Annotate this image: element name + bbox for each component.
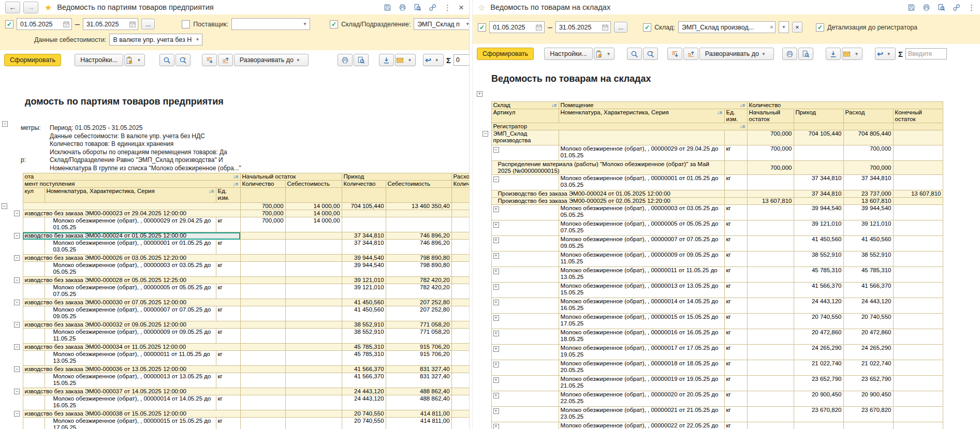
cell[interactable]: кг	[724, 360, 747, 376]
table-row[interactable]: −изводство без заказа ЭМ00-000038 от 15.…	[0, 410, 469, 418]
cell[interactable]: 41 450,560	[843, 236, 893, 252]
cell[interactable]	[240, 373, 285, 388]
cell[interactable]	[240, 240, 285, 255]
favorite-star-icon[interactable]: ★	[45, 3, 52, 12]
preview-icon[interactable]	[938, 4, 945, 11]
cell[interactable]	[893, 175, 943, 190]
cell[interactable]: 39 944,540	[843, 205, 893, 220]
table-row[interactable]: +Молоко обезжиренное (обрат), , 00000009…	[481, 252, 943, 267]
row-expander[interactable]: −	[14, 389, 20, 394]
date-from-input[interactable]: 01.05.2025	[17, 18, 72, 30]
cell[interactable]	[893, 345, 943, 360]
report-variants-button[interactable]: ▼	[594, 48, 615, 60]
cell[interactable]: +	[491, 205, 559, 220]
cell[interactable]	[240, 418, 285, 429]
cell[interactable]: Молоко обезжиренное (обрат), , 00000009 …	[559, 252, 724, 267]
table-row[interactable]: −700,00014 000,00704 105,44013 460 350,4…	[0, 203, 469, 210]
cell[interactable]: кг	[216, 284, 240, 299]
cell[interactable]: кг	[216, 373, 240, 388]
generate-button[interactable]: Сформировать	[477, 48, 534, 60]
print-button[interactable]	[338, 54, 353, 66]
more-menu-icon[interactable]: ⋮	[968, 4, 975, 11]
cell[interactable]: 831 327,40	[386, 366, 451, 373]
cell[interactable]	[893, 422, 943, 429]
row-expander[interactable]: −	[14, 233, 20, 239]
cell[interactable]: 45 785,310	[342, 344, 386, 351]
cell[interactable]: 704 805,440	[843, 130, 893, 145]
cell[interactable]: 39 944,540	[794, 205, 843, 220]
cell[interactable]	[23, 203, 240, 210]
cell[interactable]: изводство без заказа ЭМ00-000023 от 29.0…	[23, 210, 240, 217]
cell[interactable]	[724, 190, 747, 198]
cell[interactable]: 704 105,440	[794, 130, 843, 145]
cell[interactable]	[747, 407, 794, 422]
cell[interactable]	[451, 388, 469, 395]
cell[interactable]	[747, 391, 794, 407]
cell[interactable]	[747, 205, 794, 220]
table-row[interactable]: +Молоко обезжиренное (обрат), , 00000013…	[481, 283, 943, 298]
cell[interactable]	[451, 277, 469, 284]
cell[interactable]: 798 890,80	[386, 262, 451, 277]
cell[interactable]: изводство без заказа ЭМ00-000034 от 11.0…	[23, 344, 240, 351]
column-header-quantity[interactable]: Количество	[240, 181, 285, 188]
cell[interactable]: 488 862,40	[386, 395, 451, 410]
cell[interactable]: 38 552,910	[342, 329, 386, 344]
cell[interactable]	[451, 373, 469, 388]
cell[interactable]	[285, 232, 342, 240]
cell[interactable]	[285, 351, 342, 366]
cell[interactable]	[893, 145, 943, 161]
cell[interactable]: 488 862,40	[386, 388, 451, 395]
cell[interactable]	[893, 161, 943, 175]
row-expander[interactable]: +	[493, 424, 499, 429]
save-file-button[interactable]	[379, 54, 394, 66]
cell[interactable]: 414 811,00	[386, 418, 451, 429]
row-expander[interactable]: +	[493, 346, 499, 352]
cell[interactable]: 24 265,290	[843, 345, 893, 360]
cell[interactable]: 20 740,550	[342, 410, 386, 418]
cell[interactable]: 13 607,810	[893, 190, 943, 198]
search-button[interactable]	[159, 54, 174, 66]
row-expander[interactable]: +	[493, 331, 499, 336]
cell[interactable]	[240, 284, 285, 299]
search-button[interactable]	[627, 48, 642, 60]
cell[interactable]: кг	[724, 314, 747, 329]
warehouse-checkbox[interactable]: ✓	[643, 23, 651, 32]
cell[interactable]: кг	[216, 262, 240, 277]
date-to-input[interactable]: 31.05.2025	[555, 21, 611, 33]
cell[interactable]: кг	[724, 252, 747, 267]
cell[interactable]	[23, 217, 45, 232]
cell[interactable]: +	[491, 283, 559, 298]
cell[interactable]: +	[491, 345, 559, 360]
cell[interactable]: 20 900,450	[843, 391, 893, 407]
cell[interactable]: кг	[724, 145, 747, 161]
row-expander[interactable]: −	[14, 211, 20, 216]
sort-icon[interactable]: ↓≡	[740, 102, 745, 109]
cancel-search-button[interactable]	[643, 48, 658, 60]
cell[interactable]	[451, 329, 469, 344]
detail-checkbox[interactable]: ✓	[816, 23, 824, 32]
cell[interactable]: изводство без заказа ЭМ00-000038 от 15.0…	[23, 410, 240, 418]
cell[interactable]	[451, 255, 469, 262]
cell[interactable]: 771 058,20	[386, 329, 451, 344]
cell[interactable]: кг	[724, 283, 747, 298]
table-row[interactable]: +Молоко обезжиренное (обрат), , 00000007…	[481, 236, 943, 252]
cell[interactable]: 37 344,810	[342, 232, 386, 240]
cell[interactable]: Молоко обезжиренное (обрат), , 00000014 …	[559, 298, 724, 314]
row-expander[interactable]: +	[493, 269, 499, 274]
row-expander[interactable]: −	[14, 300, 20, 305]
column-header-cost[interactable]: Себестоимость	[285, 181, 342, 188]
cell[interactable]	[23, 418, 45, 429]
date-to-input[interactable]: 31.05.2025	[83, 18, 138, 30]
cell[interactable]	[285, 321, 342, 329]
undo-button[interactable]: ↩ ▼	[423, 54, 444, 66]
cell[interactable]: кг	[724, 205, 747, 220]
table-row[interactable]: Молоко обезжиренное (обрат), , 00000005 …	[0, 284, 469, 299]
sort-icon[interactable]: ↓≡	[233, 173, 239, 180]
cell[interactable]: кг	[216, 306, 240, 321]
cell[interactable]: 39 121,010	[342, 284, 386, 299]
favorite-star-icon[interactable]: ☆	[478, 3, 485, 12]
undo-button[interactable]: ↩ ▼	[875, 48, 896, 60]
cell[interactable]: 45 785,310	[794, 267, 843, 283]
cell[interactable]	[893, 376, 943, 391]
cell[interactable]	[240, 299, 285, 306]
